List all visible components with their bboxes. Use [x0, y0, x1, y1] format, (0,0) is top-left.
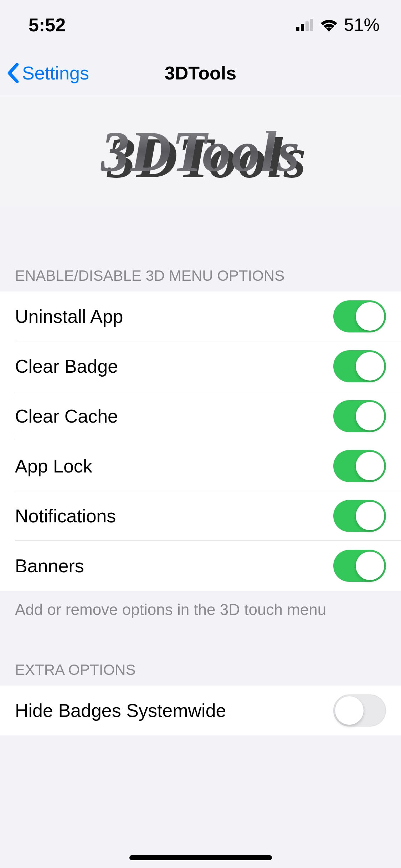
toggle-knob — [335, 696, 364, 725]
chevron-left-icon — [6, 62, 19, 84]
page-title: 3DTools — [165, 62, 236, 84]
row-label: Banners — [15, 555, 84, 577]
logo-header: 3DTools 3DTools — [0, 96, 401, 207]
section-group-menu-options: Uninstall App Clear Badge Clear Cache Ap… — [0, 291, 401, 591]
back-button[interactable]: Settings — [0, 62, 89, 84]
toggle-app-lock[interactable] — [333, 450, 386, 482]
toggle-knob — [356, 302, 384, 331]
toggle-knob — [356, 452, 384, 480]
row-label: Clear Badge — [15, 356, 118, 377]
home-indicator[interactable] — [129, 855, 272, 860]
back-label: Settings — [22, 62, 89, 84]
status-right: 51% — [296, 15, 380, 35]
wifi-icon — [320, 18, 338, 32]
cellular-icon — [296, 19, 315, 31]
row-app-lock: App Lock — [0, 441, 401, 491]
section-menu-options: ENABLE/DISABLE 3D MENU OPTIONS Uninstall… — [0, 207, 401, 627]
toggle-hide-badges-systemwide[interactable] — [333, 694, 386, 727]
svg-rect-0 — [296, 27, 299, 31]
toggle-banners[interactable] — [333, 550, 386, 582]
svg-rect-1 — [301, 24, 304, 31]
row-label: Uninstall App — [15, 306, 123, 327]
logo-text-front: 3DTools — [101, 120, 300, 183]
toggle-knob — [356, 552, 384, 580]
row-label: App Lock — [15, 455, 92, 477]
row-banners: Banners — [0, 541, 401, 591]
toggle-knob — [356, 352, 384, 381]
row-clear-cache: Clear Cache — [0, 391, 401, 441]
row-uninstall-app: Uninstall App — [0, 291, 401, 341]
status-bar: 5:52 51% — [0, 0, 401, 50]
battery-percentage: 51% — [344, 15, 380, 35]
section-header-extra-options: EXTRA OPTIONS — [0, 627, 401, 686]
section-extra-options: EXTRA OPTIONS Hide Badges Systemwide — [0, 627, 401, 735]
row-clear-badge: Clear Badge — [0, 341, 401, 391]
svg-rect-3 — [310, 19, 313, 31]
toggle-uninstall-app[interactable] — [333, 300, 386, 332]
section-group-extra-options: Hide Badges Systemwide — [0, 686, 401, 735]
nav-bar: Settings 3DTools — [0, 50, 401, 96]
section-header-menu-options: ENABLE/DISABLE 3D MENU OPTIONS — [0, 207, 401, 291]
row-label: Hide Badges Systemwide — [15, 700, 226, 721]
svg-rect-2 — [305, 21, 309, 31]
row-notifications: Notifications — [0, 491, 401, 541]
toggle-clear-cache[interactable] — [333, 400, 386, 432]
toggle-notifications[interactable] — [333, 500, 386, 532]
row-hide-badges-systemwide: Hide Badges Systemwide — [0, 686, 401, 735]
row-label: Notifications — [15, 505, 116, 527]
row-label: Clear Cache — [15, 405, 118, 427]
toggle-knob — [356, 502, 384, 530]
section-footer-menu-options: Add or remove options in the 3D touch me… — [0, 591, 401, 627]
logo-3dtools: 3DTools 3DTools — [101, 119, 300, 185]
toggle-knob — [356, 402, 384, 430]
toggle-clear-badge[interactable] — [333, 350, 386, 382]
status-time: 5:52 — [29, 14, 66, 36]
